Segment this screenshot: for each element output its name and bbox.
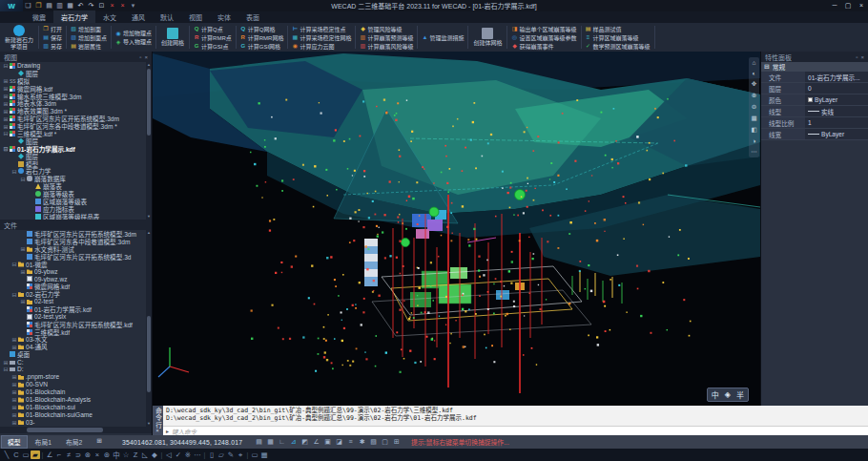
tree-item[interactable]: 毛坪矿区河东各中段巷道模型.3dm [0, 238, 152, 245]
draw-tool-icon[interactable]: ▰ [31, 451, 40, 459]
import-physical-point-button[interactable]: ◈导入物理点 [115, 37, 152, 46]
tree-item[interactable]: 桌面 [0, 350, 152, 358]
save-all-icon[interactable]: ▥ [54, 2, 65, 10]
file-tree-hscrollbar[interactable] [0, 427, 152, 433]
tree-item[interactable]: ⊟三维模型.kdf * [0, 130, 152, 137]
layout2-tab[interactable]: 布局2 [59, 435, 89, 449]
draw-tool-icon[interactable]: ⊃ [73, 451, 83, 459]
save-button[interactable]: ▤保存 [43, 33, 62, 42]
properties-close-icon[interactable]: × [860, 54, 864, 60]
clean-screen-icon[interactable]: ▢ [380, 438, 390, 446]
collapse-icon[interactable]: ⊟ [10, 168, 18, 175]
view-home-icon[interactable]: ⌂ [753, 59, 756, 66]
lineweight-icon[interactable]: ≡ [345, 438, 356, 446]
calc-rmr-point-button[interactable]: R计算RMR点 [194, 33, 232, 42]
property-value[interactable]: 1 [805, 117, 868, 128]
expand-icon[interactable]: ⊞ [10, 373, 18, 380]
draw-tool-icon[interactable]: ☆ [121, 451, 131, 459]
tree-item[interactable]: ⊞01-Blockchain [0, 388, 152, 396]
calc-caving-forecast-level-button[interactable]: ▥计算崩落预测等级 [360, 33, 413, 42]
calc-gsi-mesh-button[interactable]: G计算GSI网格 [240, 42, 284, 51]
draw-tool-icon[interactable]: ▯ [207, 451, 217, 459]
tab-3[interactable]: 水文 [95, 10, 124, 23]
open-button[interactable]: ❐打开 [43, 25, 62, 33]
tree-item[interactable]: ⊞01-Blockchain-sui [0, 403, 152, 410]
collapse-icon[interactable]: ⊟ [764, 63, 770, 71]
view-more-icon[interactable]: ⋯ [751, 148, 757, 156]
collapse-icon[interactable]: ⊟ [2, 62, 10, 69]
add-section-button[interactable]: ▧增加剖面 [71, 25, 107, 33]
ducs-icon[interactable]: ▣ [322, 438, 333, 446]
tree-item[interactable]: ⊟D: [0, 366, 152, 373]
math-forecast-region-caving-level-button[interactable]: ✓数学预测区域崩落等级 [586, 42, 651, 51]
tree-item[interactable]: ⊟01-微震 [0, 261, 152, 268]
tree-item[interactable]: ⊟岩石力学 [0, 167, 152, 175]
ortho-icon[interactable]: ∟ [277, 438, 287, 446]
calc-region-caving-level-button[interactable]: ≡计算区域崩落等级 [586, 33, 651, 42]
command-input-row[interactable]: ▸ 键入命令 [163, 426, 868, 435]
app-logo[interactable]: W [0, 0, 23, 11]
tree-item[interactable]: 09-ybwz.wz [0, 275, 152, 283]
draw-tool-icon[interactable]: ⋯ [193, 451, 202, 459]
minimize-button[interactable]: ─ [828, 2, 841, 10]
output-single-region-caving-level-button[interactable]: ◨输出单个区域崩落等级 [511, 25, 576, 33]
draw-tool-icon[interactable]: ▭ [21, 451, 31, 459]
close-button[interactable]: × [855, 2, 868, 10]
add-physical-point-button[interactable]: ◉增加物理点 [115, 29, 152, 37]
viewport-icon[interactable]: ⊡ [96, 2, 107, 10]
tree-item[interactable]: 模型 [0, 160, 152, 168]
save-icon[interactable]: ▤ [44, 2, 54, 10]
draw-tool-icon[interactable]: ≠ [64, 451, 73, 459]
expand-icon[interactable]: ⊞ [2, 77, 10, 84]
tree-item[interactable]: ⊟崩落数据库 [0, 175, 152, 182]
tab-1[interactable]: 微震 [25, 10, 53, 23]
tree-item[interactable]: ⊞09-ybwz [0, 267, 152, 275]
fullscreen-icon[interactable]: ⊞ [391, 438, 402, 446]
view-orbit-icon[interactable]: ◐ [753, 70, 756, 76]
tab-5[interactable]: 默认 [153, 10, 181, 23]
expand-icon[interactable]: ⊞ [10, 411, 18, 418]
collapse-icon[interactable]: ⊟ [19, 176, 27, 182]
tree-item[interactable]: 图层 [0, 153, 152, 160]
calc-q-mesh-button[interactable]: Q计算Q网格 [240, 25, 284, 33]
expand-icon[interactable]: ⊞ [19, 298, 27, 304]
draw-tool-icon[interactable]: ▱ [217, 451, 226, 459]
tree-item[interactable]: 崩落表 [0, 182, 152, 190]
isolate-icon[interactable]: ▧ [368, 438, 379, 446]
view-shade-icon[interactable]: ◑ [753, 137, 756, 144]
tree-item[interactable]: ⊟Drawing [0, 62, 152, 70]
tree-item[interactable]: 三维模型.kdf [0, 328, 152, 336]
manage-monitoring-measures-button[interactable]: ▲管理监测措施 [422, 33, 464, 42]
tab-2[interactable]: 岩石力学 [53, 10, 95, 23]
tree-item[interactable]: 毛坪矿区河东片区开拓系统模型.kdf [0, 321, 152, 328]
view-front-icon[interactable]: ◧ [751, 126, 756, 134]
draw-tool-icon[interactable]: C [11, 451, 21, 459]
draw-tool-icon[interactable]: ▭ [250, 451, 259, 459]
collapse-icon[interactable]: ⊟ [2, 130, 10, 136]
draw-tool-icon[interactable]: ⌖ [236, 451, 245, 460]
otrack-icon[interactable]: ∠ [311, 438, 321, 446]
view-panel-pin-icon[interactable]: ▫ [139, 54, 141, 60]
sample-test-value-button[interactable]: ▤样品测试值 [586, 25, 651, 33]
draw-tool-icon[interactable]: ∠ [45, 451, 54, 459]
draw-tool-icon[interactable]: ⊛ [102, 451, 112, 459]
grid-icon[interactable]: ▤ [254, 438, 264, 446]
layout1-tab[interactable]: 布局1 [29, 435, 58, 449]
redo-icon[interactable]: ↷ [86, 2, 96, 10]
draw-tool-icon[interactable]: ◆ [150, 451, 159, 459]
center-mode-button[interactable]: 中 [712, 389, 719, 400]
get-caving-events-button[interactable]: ◆获得崩落事件 [511, 42, 576, 51]
calc-q-point-button[interactable]: Q计算Q点 [194, 25, 232, 33]
draw-tool-icon[interactable]: ✓ [174, 451, 183, 459]
view-pan-icon[interactable]: ✥ [752, 80, 756, 88]
maximize-button[interactable]: ▢ [841, 2, 855, 10]
calc-stope-stability-mesh-button[interactable]: ▦计算采场稳定性网格 [292, 33, 351, 42]
tab-6[interactable]: 视图 [181, 10, 210, 23]
view-zoom-out-icon[interactable]: ⊖ [752, 103, 756, 111]
model-space-tab[interactable]: 模型 [1, 435, 28, 449]
create-mesh-button[interactable]: 创建网格 [158, 24, 187, 51]
expand-icon[interactable]: ⊞ [10, 419, 18, 426]
draw-tool-icon[interactable]: Z [131, 451, 140, 459]
tree-item[interactable]: ⊞03-水文 [0, 335, 152, 343]
viewport-3d[interactable]: ⌂◐✥⊕⊖▦◧◑⋯ 中◈半 [153, 52, 760, 406]
